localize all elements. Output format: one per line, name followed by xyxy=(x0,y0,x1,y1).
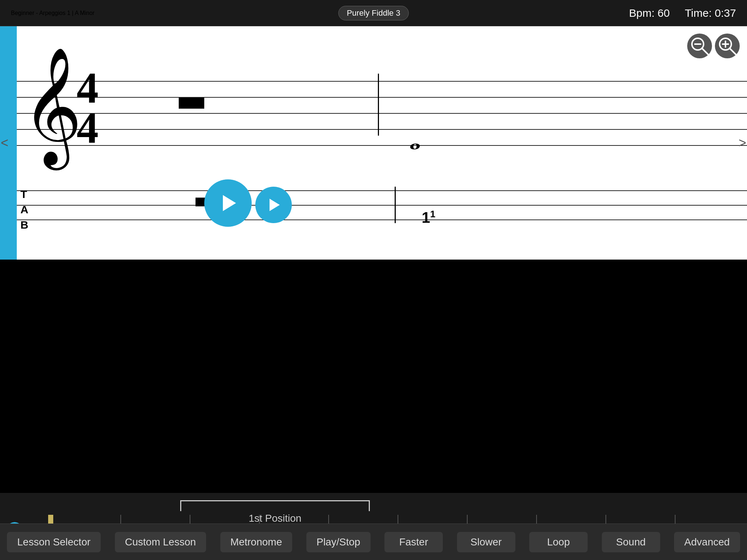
faster-button[interactable]: Faster xyxy=(384,532,443,552)
bottom-toolbar: Lesson Selector Custom Lesson Metronome … xyxy=(0,524,747,560)
play-button-small[interactable] xyxy=(255,187,292,223)
svg-marker-8 xyxy=(270,199,280,211)
metronome-button[interactable]: Metronome xyxy=(220,532,293,552)
svg-line-1 xyxy=(702,48,708,54)
zoom-out-button[interactable] xyxy=(687,34,712,58)
play-stop-button[interactable]: Play/Stop xyxy=(306,532,371,552)
sheet-nav-left[interactable]: < xyxy=(1,135,8,151)
bar-line-1 xyxy=(378,74,379,136)
app-logo: Purely Fiddle 3 xyxy=(338,6,409,20)
sheet-area: 𝄞 4 4 𝅝 TAB 11 < > xyxy=(0,26,747,260)
time-sig-bottom: 4 xyxy=(77,106,98,150)
sheet-nav-right[interactable]: > xyxy=(739,135,746,151)
svg-marker-7 xyxy=(223,195,236,211)
tab-area: TAB 11 xyxy=(17,179,747,238)
slower-button[interactable]: Slower xyxy=(457,532,515,552)
bpm-time: Bpm: 60 Time: 0:37 xyxy=(629,7,736,19)
position-bracket xyxy=(180,500,370,511)
bpm-label: Bpm: 60 xyxy=(629,7,670,19)
lesson-selector-button[interactable]: Lesson Selector xyxy=(7,532,101,552)
zoom-controls xyxy=(687,34,740,58)
half-rest-1 xyxy=(179,98,204,109)
tab-bar-line xyxy=(395,187,396,223)
svg-line-4 xyxy=(729,48,736,54)
zoom-in-button[interactable] xyxy=(715,34,740,58)
tab-label: TAB xyxy=(20,187,28,233)
loop-button[interactable]: Loop xyxy=(529,532,588,552)
tab-number-1: 11 xyxy=(422,209,436,226)
play-button-large[interactable] xyxy=(204,179,252,227)
time-label: Time: 0:37 xyxy=(685,7,736,19)
advanced-button[interactable]: Advanced xyxy=(674,532,740,552)
lesson-title: Beginner - Arpeggios 1 | A Minor xyxy=(11,10,94,16)
sound-button[interactable]: Sound xyxy=(602,532,660,552)
time-sig-top: 4 xyxy=(77,66,98,110)
treble-clef: 𝄞 xyxy=(22,55,82,158)
custom-lesson-button[interactable]: Custom Lesson xyxy=(115,532,206,552)
top-bar: Beginner - Arpeggios 1 | A Minor Purely … xyxy=(0,0,747,26)
